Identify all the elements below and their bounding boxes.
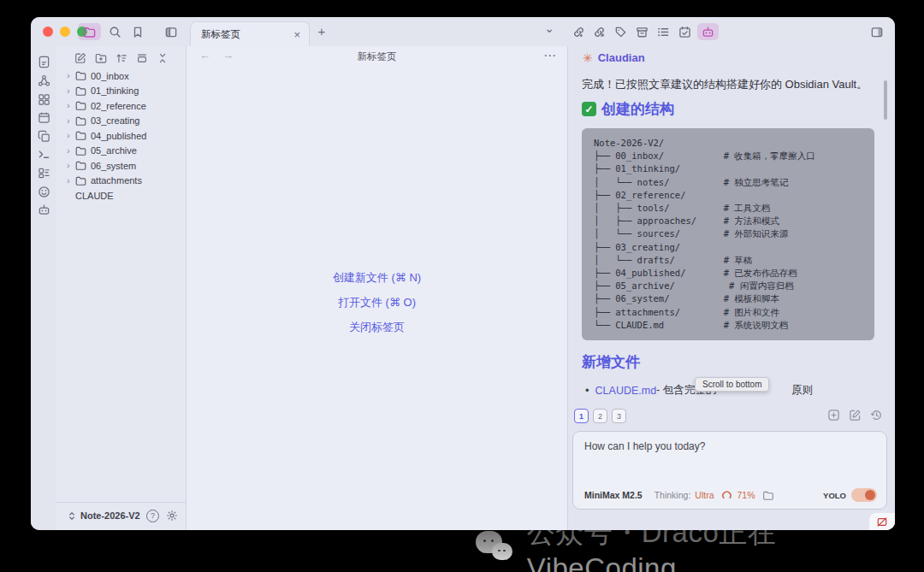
right-sidebar-toggle-button[interactable] [869,24,885,39]
chevron-right-icon[interactable]: › [67,101,75,110]
show-stacked-button[interactable] [135,51,149,65]
model-selector[interactable]: MiniMax M2.5 [584,490,643,500]
list-icon [657,26,670,38]
yolo-label: YOLO [823,491,846,500]
chat-input-box[interactable]: How can I help you today? MiniMax M2.5 T… [572,431,887,510]
chat-input-placeholder: How can I help you today? [584,440,705,452]
more-options-icon[interactable]: ⋯ [543,48,557,63]
calendar-check-icon [678,26,691,38]
panel-right-icon [870,26,884,38]
new-note-button[interactable] [74,51,87,65]
bot-ribbon-button[interactable] [37,203,50,216]
minimize-window-button[interactable] [60,27,70,37]
folder-row[interactable]: › 01_thinking [56,84,187,99]
attach-folder-icon[interactable] [762,490,774,501]
grid-icon [38,93,50,106]
tags-button[interactable] [613,25,627,38]
folder-row[interactable]: › 02_reference [56,98,187,114]
heading-new-files-text: 新增文件 [582,352,640,372]
sync-error-icon[interactable] [876,516,888,528]
collapse-all-button[interactable] [156,51,169,65]
folder-row[interactable]: › 03_creating [56,114,187,129]
files-toggle-button[interactable] [78,23,101,40]
tab-new-tab[interactable]: 新标签页 × [190,21,310,46]
folder-row[interactable]: › 00_inbox [56,68,187,84]
claudian-toggle-button[interactable] [697,23,719,40]
workspace-ribbon-button[interactable] [37,166,50,180]
sort-order-button[interactable] [115,51,128,65]
folder-icon [75,130,86,141]
robot-icon [38,203,50,216]
search-button[interactable] [108,25,121,38]
empty-state-actions: 创建新文件 (⌘ N)打开文件 (⌘ O)关闭标签页 [187,270,567,335]
document-icon [38,56,50,68]
folder-icon [75,70,86,81]
tab-close-icon[interactable]: × [292,28,302,41]
thinking-level[interactable]: Ultra [695,490,714,500]
graph-view-ribbon-button[interactable] [37,74,50,87]
left-sidebar-toggle-button[interactable] [164,25,178,38]
layout-list-icon [38,167,50,180]
outline-button[interactable] [656,25,670,38]
new-note-ribbon-button[interactable] [37,55,50,68]
folder-row[interactable]: › attachments [56,174,187,189]
canvas-ribbon-button[interactable] [37,92,50,106]
claude-logo-icon: ✳ [583,52,593,64]
page-button-1[interactable]: 1 [574,409,589,423]
new-folder-button[interactable] [94,51,108,65]
chevron-right-icon[interactable]: › [67,71,75,80]
bookmarks-button[interactable] [131,25,145,38]
scrollbar-thumb[interactable] [884,80,887,120]
page-button-2[interactable]: 2 [593,409,607,423]
file-row-claude[interactable]: CLAUDE [56,188,187,203]
settings-gear-icon[interactable] [166,510,178,522]
smiley-icon [38,186,50,198]
main-pane: ← → 新标签页 ⋯ 创建新文件 (⌘ N)打开文件 (⌘ O)关闭标签页 [187,46,567,530]
folder-row[interactable]: › 05_archive [56,144,187,159]
backlinks-button[interactable] [572,25,585,38]
chevron-right-icon[interactable]: › [67,131,75,140]
chevron-right-icon[interactable]: › [67,176,75,186]
bookmark-icon [132,26,144,38]
yolo-toggle-knob [865,490,875,500]
terminal-ribbon-button[interactable] [37,147,50,161]
history-icon[interactable] [870,409,883,422]
emoji-ribbon-button[interactable] [37,185,50,198]
edit-chat-icon[interactable] [849,409,862,422]
tab-list-dropdown[interactable]: ⌄ [542,21,556,35]
vault-switcher[interactable]: Note-2026-V2 ? [56,502,187,525]
bullet-dot: • [585,384,589,397]
folder-icon [75,115,86,127]
new-tab-button[interactable]: + [315,24,329,38]
vault-name: Note-2026-V2 [80,510,146,521]
graph-icon [38,74,50,87]
claude-md-link[interactable]: CLAUDE.md [595,385,657,397]
page-button-3[interactable]: 3 [612,409,626,423]
folder-row[interactable]: › 06_system [56,158,187,174]
folder-name: 00_inbox [91,71,129,81]
archive-button[interactable] [635,25,649,38]
templates-ribbon-button[interactable] [37,129,50,143]
thinking-label: Thinking: [654,490,691,500]
empty-state-action-link[interactable]: 创建新文件 (⌘ N) [333,270,421,286]
link-out-icon [593,26,606,38]
yolo-toggle[interactable] [851,488,877,502]
help-button[interactable]: ? [146,510,159,522]
empty-state-action-link[interactable]: 关闭标签页 [349,320,405,335]
close-window-button[interactable] [43,27,53,37]
empty-state-action-link[interactable]: 打开文件 (⌘ O) [338,295,416,310]
chevron-right-icon[interactable]: › [67,116,75,126]
folder-row[interactable]: › 04_published [56,128,187,144]
status-bar-corner [869,513,895,530]
chevron-down-icon: ⌄ [544,21,554,35]
chevron-right-icon[interactable]: › [67,146,75,156]
daily-tasks-button[interactable] [678,25,691,38]
new-chat-icon[interactable] [827,409,840,422]
chevron-right-icon[interactable]: › [67,86,75,96]
archive-icon [636,26,649,38]
folder-icon [75,86,86,97]
daily-note-ribbon-button[interactable] [37,110,50,124]
chevron-right-icon[interactable]: › [67,161,75,170]
assistant-message-intro: 完成！已按照文章建议的结构搭建好你的 Obsidian Vault。 [582,77,881,92]
outgoing-links-button[interactable] [592,25,606,38]
